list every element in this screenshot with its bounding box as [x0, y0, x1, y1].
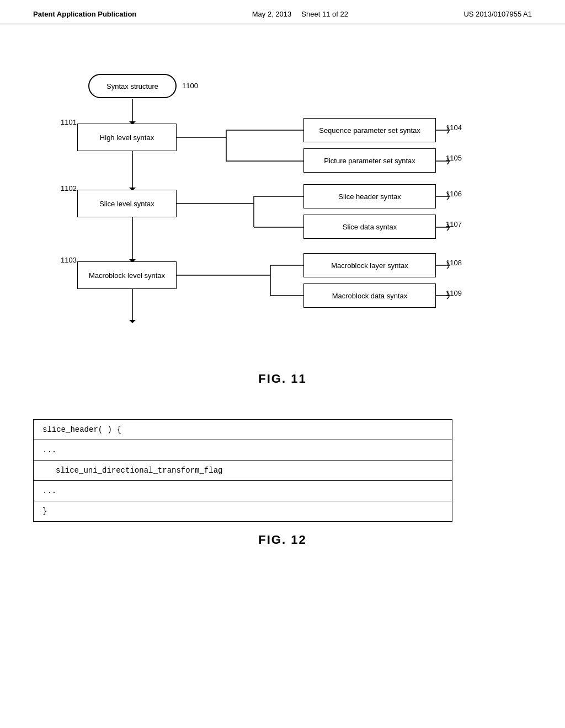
code-line-2: ... — [34, 440, 452, 461]
page-header: Patent Application Publication May 2, 20… — [0, 0, 565, 24]
table-row: } — [34, 501, 452, 522]
box-sequence-param-set: Sequence parameter set syntax — [303, 118, 436, 142]
table-row: ... — [34, 440, 452, 461]
label-1106: 1106 — [446, 190, 462, 198]
table-row: slice_uni_directional_transform_flag — [34, 461, 452, 481]
date-sheet: May 2, 2013 Sheet 11 of 22 — [252, 10, 348, 18]
node-1100-label: 1100 — [182, 82, 198, 90]
label-1102: 1102 — [61, 184, 77, 192]
box-high-level-syntax: High level syntax — [77, 124, 177, 151]
label-1109: 1109 — [446, 289, 462, 297]
box-macroblock-layer-syntax: Macroblock layer syntax — [303, 253, 436, 277]
code-line-3: slice_uni_directional_transform_flag — [34, 461, 452, 481]
box-slice-header-syntax: Slice header syntax — [303, 184, 436, 208]
box-macroblock-data-syntax: Macroblock data syntax — [303, 283, 436, 308]
box-slice-level-syntax: Slice level syntax — [77, 190, 177, 217]
box-slice-data-syntax: Slice data syntax — [303, 215, 436, 239]
code-table: slice_header( ) { ... slice_uni_directio… — [33, 419, 452, 522]
fig11-diagram: Syntax structure 1100 1101 High level sy… — [33, 57, 502, 366]
date: May 2, 2013 — [252, 10, 292, 18]
label-1103: 1103 — [61, 256, 77, 264]
box-picture-param-set: Picture parameter set syntax — [303, 148, 436, 173]
code-line-5: } — [34, 501, 452, 522]
main-content: Syntax structure 1100 1101 High level sy… — [0, 24, 565, 569]
label-1107: 1107 — [446, 220, 462, 228]
fig11-caption: FIG. 11 — [33, 372, 532, 386]
table-row: slice_header( ) { — [34, 420, 452, 440]
code-line-4: ... — [34, 481, 452, 501]
fig12-diagram: slice_header( ) { ... slice_uni_directio… — [33, 419, 452, 522]
label-1108: 1108 — [446, 259, 462, 267]
publication-label: Patent Application Publication — [33, 10, 136, 18]
svg-marker-7 — [129, 320, 136, 323]
box-macroblock-level-syntax: Macroblock level syntax — [77, 261, 177, 289]
label-1101: 1101 — [61, 118, 77, 126]
label-1104: 1104 — [446, 124, 462, 132]
fig12-caption: FIG. 12 — [33, 533, 532, 547]
sheet-info: Sheet 11 of 22 — [301, 10, 348, 18]
label-1105: 1105 — [446, 154, 462, 162]
table-row: ... — [34, 481, 452, 501]
patent-number: US 2013/0107955 A1 — [463, 10, 532, 18]
code-line-1: slice_header( ) { — [34, 420, 452, 440]
syntax-structure-oval: Syntax structure — [88, 74, 177, 98]
